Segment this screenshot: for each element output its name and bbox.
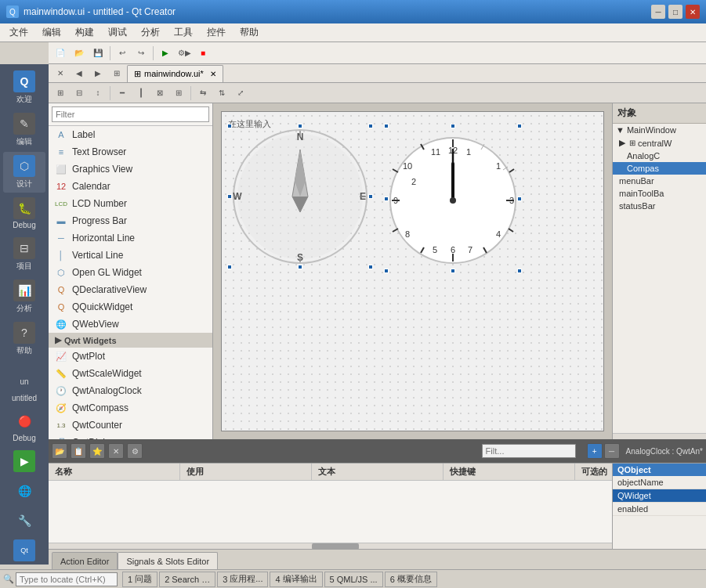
tab-nav-right[interactable]: ▶	[89, 65, 107, 82]
status-search[interactable]: 2 Search …	[159, 572, 215, 587]
locate-input[interactable]	[16, 572, 118, 586]
sidebar-item-analyze[interactable]: 📊 分析	[3, 276, 45, 317]
wt-form-layout[interactable]: ⊠	[151, 85, 168, 102]
tree-item-maintoolba[interactable]: mainToolBa	[613, 187, 706, 200]
sidebar-item-run[interactable]: ▶	[3, 447, 45, 475]
wt-layout-btn[interactable]: ⊞	[52, 85, 69, 102]
widget-item-opengl[interactable]: ⬡ Open GL Widget	[49, 264, 212, 281]
status-compile[interactable]: 4 编译输出	[270, 572, 322, 587]
tab-close-button[interactable]: ✕	[52, 65, 69, 82]
status-qml[interactable]: 5 QML/JS ...	[324, 572, 383, 587]
close-button[interactable]: ✕	[686, 5, 700, 19]
tree-item-mainwindow[interactable]: ▼ MainWindow	[613, 124, 706, 136]
wt-splitter-h[interactable]: ⇆	[194, 85, 212, 102]
menu-build[interactable]: 构建	[69, 24, 100, 41]
file-tab-close[interactable]: ✕	[210, 70, 216, 78]
menu-tools[interactable]: 工具	[168, 24, 199, 41]
new-button[interactable]: 📄	[52, 45, 69, 62]
widget-item-vertical-line[interactable]: │ Vertical Line	[49, 247, 212, 264]
sidebar-item-project[interactable]: ⊟ 项目	[3, 234, 45, 275]
action-star-btn[interactable]: ⭐	[89, 443, 105, 459]
widget-item-qwtplot[interactable]: 📈 QwtPlot	[49, 348, 212, 365]
tree-item-menubar[interactable]: menuBar	[613, 175, 706, 187]
status-overview[interactable]: 6 概要信息	[385, 572, 437, 587]
widget-item-calendar[interactable]: 12 Calendar	[49, 178, 212, 195]
widget-item-qwtdial[interactable]: 🎛 QwtDial	[49, 434, 212, 439]
widget-item-horizontal-line[interactable]: ─ Horizontal Line	[49, 229, 212, 247]
widget-item-lcd-number[interactable]: LCD LCD Number	[49, 195, 212, 212]
clock-selection[interactable]: 12 1 3 4 6 8 9 10 11 1 5 7 2	[386, 126, 520, 271]
redo-button[interactable]: ↪	[132, 45, 150, 62]
widget-item-qwtcompass[interactable]: 🧭 QwtCompass	[49, 399, 212, 417]
tree-item-compass[interactable]: Compas	[613, 162, 706, 175]
wt-horizontal-layout[interactable]: ━	[114, 85, 131, 102]
table-scroll[interactable]	[49, 481, 706, 549]
action-settings-btn[interactable]: ⚙	[127, 443, 143, 459]
wt-adjust-size[interactable]: ↕	[89, 85, 107, 102]
minimize-button[interactable]: ─	[651, 5, 665, 19]
sidebar-item-design[interactable]: ⬡ 设计	[3, 152, 45, 193]
action-minus-btn[interactable]: ─	[604, 443, 620, 459]
sidebar-item-qt-bottom[interactable]: Qt	[3, 536, 45, 565]
prop-item-objectname[interactable]: objectName	[613, 476, 706, 489]
compass-selection[interactable]: N S E W	[230, 126, 371, 267]
debug-run-button[interactable]: ⚙▶	[176, 45, 193, 62]
tab-nav-left[interactable]: ◀	[71, 65, 88, 82]
prop-section-qwidget[interactable]: QWidget	[613, 489, 706, 503]
widget-item-label[interactable]: A Label	[49, 126, 212, 143]
action-open-btn[interactable]: 📂	[52, 443, 67, 459]
sidebar-item-debug[interactable]: 🐛 Debug	[3, 194, 45, 233]
qwt-category[interactable]: ▶ Qwt Widgets	[49, 333, 212, 348]
sidebar-item-debug-bottom[interactable]: 🔴 Debug	[3, 407, 45, 446]
sidebar-item-globe[interactable]: 🌐	[3, 477, 45, 505]
action-filter-input[interactable]	[482, 444, 576, 458]
sidebar-item-untitled[interactable]: un untitled	[3, 367, 45, 406]
action-nav-btn[interactable]: 📋	[71, 443, 86, 459]
widget-item-qdeclarative[interactable]: Q QDeclarativeView	[49, 281, 212, 298]
widget-item-qwtscale[interactable]: 📏 QwtScaleWidget	[49, 365, 212, 382]
sidebar-item-wrench[interactable]: 🔧	[3, 507, 45, 535]
action-add-btn[interactable]: +	[587, 443, 603, 459]
menu-file[interactable]: 文件	[3, 24, 34, 41]
open-button[interactable]: 📂	[71, 45, 88, 62]
undo-button[interactable]: ↩	[114, 45, 131, 62]
run-button[interactable]: ▶	[157, 45, 174, 62]
widget-item-qquick[interactable]: Q QQuickWidget	[49, 298, 212, 316]
wt-grid-layout[interactable]: ⊞	[170, 85, 187, 102]
wt-expand[interactable]: ⤢	[232, 85, 249, 102]
stop-button[interactable]: ■	[194, 45, 212, 62]
save-button[interactable]: 💾	[89, 45, 107, 62]
prop-item-enabled[interactable]: enabled	[613, 503, 706, 516]
sidebar-item-welcome[interactable]: Q 欢迎	[3, 67, 45, 108]
menu-analyze[interactable]: 分析	[135, 24, 166, 41]
wt-break-layout[interactable]: ⊟	[71, 85, 88, 102]
status-problems[interactable]: 1 问题	[122, 572, 157, 587]
wt-splitter-v[interactable]: ⇅	[213, 85, 230, 102]
widget-item-qwtanalog[interactable]: 🕐 QwtAnalogClock	[49, 382, 212, 399]
sidebar-item-help[interactable]: ? 帮助	[3, 319, 45, 359]
menu-controls[interactable]: 控件	[201, 24, 232, 41]
menu-edit[interactable]: 编辑	[36, 24, 67, 41]
tab-action-editor[interactable]: Action Editor	[52, 552, 118, 569]
widget-item-qwebview[interactable]: 🌐 QWebView	[49, 316, 212, 333]
tree-item-statusbar[interactable]: statusBar	[613, 200, 706, 212]
widget-item-text-browser[interactable]: ≡ Text Browser	[49, 143, 212, 161]
status-build[interactable]: 3 应用程...	[217, 572, 268, 587]
widget-filter-input[interactable]	[52, 106, 209, 122]
object-panel-scrollbar[interactable]	[613, 433, 706, 439]
tab-signals-slots[interactable]: Signals & Slots Editor	[118, 552, 218, 569]
tab-split[interactable]: ⊞	[108, 65, 125, 82]
menu-help[interactable]: 帮助	[234, 24, 265, 41]
sidebar-item-edit[interactable]: ✎ 编辑	[3, 110, 45, 150]
table-hscrollbar[interactable]	[49, 543, 706, 549]
menu-debug[interactable]: 调试	[102, 24, 133, 41]
file-tab-mainwindow[interactable]: ⊞ mainwindow.ui* ✕	[127, 65, 223, 82]
maximize-button[interactable]: □	[668, 5, 682, 19]
wt-vertical-layout[interactable]: ┃	[132, 85, 150, 102]
widget-item-progress-bar[interactable]: ▬ Progress Bar	[49, 212, 212, 229]
action-delete-btn[interactable]: ✕	[108, 443, 124, 459]
tree-item-central[interactable]: ▶ ⊞ centralW	[613, 136, 706, 150]
canvas-area[interactable]: 在这里输入 N S E	[213, 103, 612, 439]
widget-item-graphics-view[interactable]: ⬜ Graphics View	[49, 161, 212, 178]
widget-item-qwtcounter[interactable]: 1.3 QwtCounter	[49, 417, 212, 434]
